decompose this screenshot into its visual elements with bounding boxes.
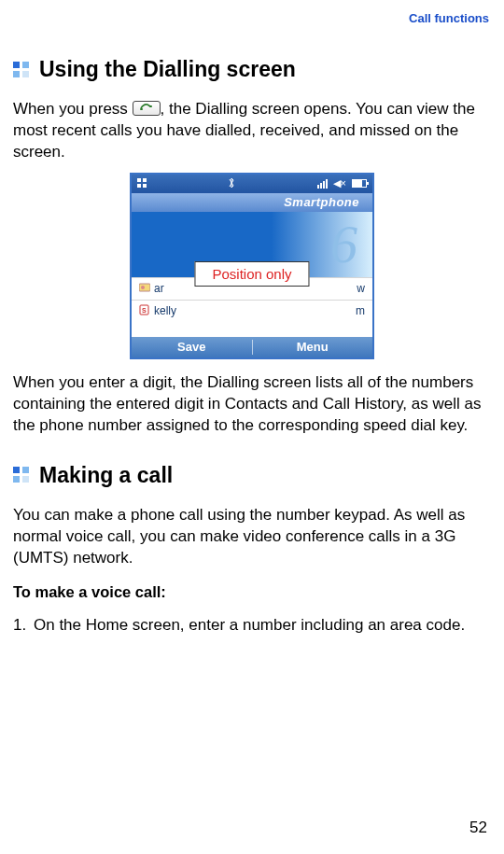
svg-point-7 (141, 286, 145, 289)
list-item-label: ar (154, 282, 164, 295)
softkey-left: Save (132, 337, 252, 357)
list-item-right: w (357, 282, 365, 295)
mute-icon: ◀× (333, 177, 346, 189)
list-item-right: m (356, 304, 365, 317)
svg-rect-3 (143, 178, 147, 182)
section-heading-dialling: Using the Dialling screen (13, 57, 491, 82)
breadcrumb: Call functions (13, 9, 491, 25)
making-call-paragraph: You can make a phone call using the numb… (13, 505, 491, 569)
step-text: On the Home screen, enter a number inclu… (34, 614, 491, 636)
position-only-overlay: Position only (194, 261, 309, 287)
voice-call-subhead: To make a voice call: (13, 583, 491, 601)
dialled-digit: 6 (330, 217, 357, 272)
section-title: Using the Dialling screen (39, 57, 296, 82)
contact-icon (139, 282, 150, 296)
list-item-label: kelly (154, 304, 176, 317)
intro-paragraph-2: When you enter a digit, the Dialling scr… (13, 372, 491, 437)
section-title: Making a call (39, 463, 173, 488)
softkey-bar: Save Menu (132, 337, 372, 357)
status-bar: ◀× (132, 175, 372, 193)
list-item: S kelly m (132, 300, 372, 322)
svg-rect-1 (149, 105, 152, 107)
section-bullet-icon (13, 62, 30, 78)
svg-text:S: S (142, 307, 147, 314)
svg-rect-5 (143, 184, 147, 188)
signal-icon (317, 179, 328, 189)
step-number: 1. (13, 614, 34, 636)
section-bullet-icon (13, 467, 30, 483)
phone-title-bar: Smartphone (132, 193, 372, 212)
app-grid-icon (137, 178, 147, 189)
intro-paragraph-1: When you press , the Dialling screen ope… (13, 99, 491, 163)
step-item: 1. On the Home screen, enter a number in… (13, 614, 491, 636)
sim-icon: S (139, 304, 150, 318)
page-number: 52 (469, 819, 487, 837)
battery-icon (352, 179, 367, 188)
call-key-icon (133, 101, 161, 116)
svg-rect-0 (140, 108, 143, 110)
svg-rect-2 (137, 178, 141, 182)
phone-screenshot-figure: ◀× Smartphone 6 ar w S (13, 173, 491, 359)
svg-rect-4 (137, 184, 141, 188)
bluetooth-icon (228, 180, 235, 190)
section-heading-making-call: Making a call (13, 463, 491, 488)
softkey-right: Menu (253, 337, 373, 357)
